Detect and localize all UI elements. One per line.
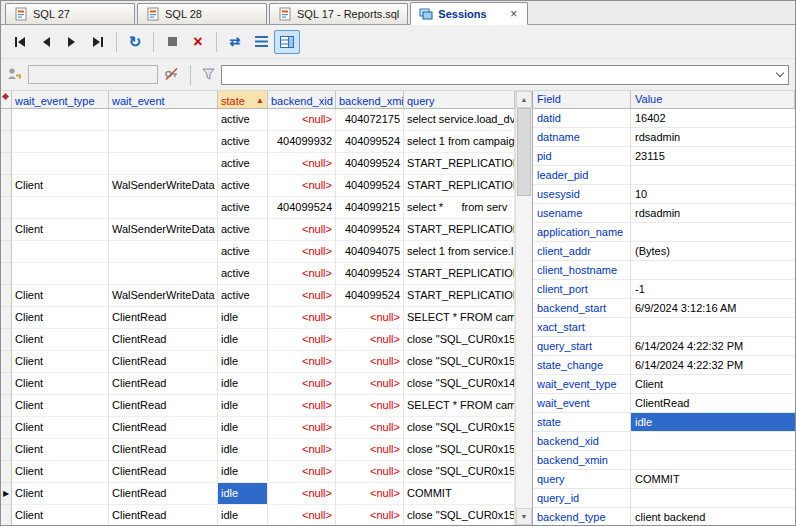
cell-state[interactable]: active [218, 109, 268, 131]
cell-state[interactable]: idle [218, 505, 268, 525]
detail-row[interactable]: wait_event_typeClient [533, 375, 795, 394]
prev-record-button[interactable] [33, 30, 59, 54]
detail-row[interactable]: datnamerdsadmin [533, 128, 795, 147]
cell-wait-event-type[interactable]: Client [12, 395, 109, 417]
detail-field-value[interactable]: 16402 [631, 109, 795, 127]
tab-sql-28[interactable]: SQL 28 [137, 3, 267, 24]
cell-wait-event[interactable]: ClientRead [109, 483, 218, 505]
cell-backend-xid[interactable]: <null> [268, 461, 336, 483]
cell-backend-xmin[interactable]: 404099524 [336, 263, 404, 285]
filter-combobox-input[interactable] [222, 66, 772, 84]
cell-wait-event-type[interactable] [12, 241, 109, 263]
column-header-wait-event[interactable]: wait_event [109, 91, 218, 108]
close-tab-icon[interactable]: × [508, 9, 519, 19]
session-row[interactable]: ClientWalSenderWriteDataactive<null>4040… [1, 219, 515, 241]
cell-backend-xmin[interactable]: 404099524 [336, 219, 404, 241]
cell-state[interactable]: idle [218, 373, 268, 395]
column-header-wait-event-type[interactable]: wait_event_type [12, 91, 109, 108]
detail-field-value[interactable] [631, 451, 795, 469]
cell-wait-event-type[interactable]: Client [12, 461, 109, 483]
detail-row[interactable]: client_port-1 [533, 280, 795, 299]
scrollbar-track[interactable] [516, 196, 532, 508]
cell-backend-xid[interactable]: <null> [268, 285, 336, 307]
detail-field-header[interactable]: Field [533, 91, 631, 108]
cell-state[interactable]: idle [218, 329, 268, 351]
scrollbar-thumb[interactable] [517, 108, 531, 196]
session-row[interactable]: ClientClientReadidle<null><null>close "S… [1, 329, 515, 351]
detail-row[interactable]: pid23115 [533, 147, 795, 166]
cell-query[interactable]: select 1 from campaig [404, 131, 515, 153]
cell-wait-event-type[interactable] [12, 263, 109, 285]
detail-row[interactable]: client_hostname [533, 261, 795, 280]
detail-field-value[interactable]: rdsadmin [631, 204, 795, 222]
cell-backend-xid[interactable]: <null> [268, 263, 336, 285]
session-row[interactable]: ClientClientReadidle<null><null>close "S… [1, 417, 515, 439]
filter-icon[interactable] [202, 68, 215, 82]
cell-wait-event-type[interactable] [12, 153, 109, 175]
detail-row[interactable]: state_change6/14/2024 4:22:32 PM [533, 356, 795, 375]
cell-wait-event[interactable]: ClientRead [109, 373, 218, 395]
cell-wait-event[interactable]: ClientRead [109, 417, 218, 439]
grid-vertical-scrollbar[interactable]: ▲ ▼ [515, 91, 532, 525]
detail-field-value[interactable]: (Bytes) [631, 242, 795, 260]
cell-wait-event-type[interactable]: Client [12, 329, 109, 351]
cell-state[interactable]: idle [218, 395, 268, 417]
grid-view-button[interactable] [248, 30, 274, 54]
cell-wait-event[interactable]: ClientRead [109, 439, 218, 461]
session-row[interactable]: ClientClientReadidle<null><null>close "S… [1, 439, 515, 461]
session-row[interactable]: ClientClientReadidle<null><null>close "S… [1, 351, 515, 373]
delete-record-button[interactable]: × [185, 30, 211, 54]
cell-wait-event-type[interactable]: Client [12, 307, 109, 329]
cell-backend-xmin[interactable]: <null> [336, 461, 404, 483]
cell-state[interactable]: active [218, 131, 268, 153]
detail-row[interactable]: backend_typeclient backend [533, 508, 795, 525]
cell-wait-event-type[interactable] [12, 131, 109, 153]
detail-row[interactable]: datid16402 [533, 109, 795, 128]
cell-query[interactable]: close "SQL_CUR0x14a [404, 373, 515, 395]
cell-query[interactable]: START_REPLICATION [404, 153, 515, 175]
cell-wait-event[interactable]: ClientRead [109, 505, 218, 525]
cell-wait-event-type[interactable] [12, 197, 109, 219]
cell-backend-xmin[interactable]: <null> [336, 505, 404, 525]
cell-backend-xid[interactable]: <null> [268, 307, 336, 329]
cell-wait-event[interactable]: ClientRead [109, 461, 218, 483]
cell-state[interactable]: active [218, 153, 268, 175]
cell-query[interactable]: COMMIT [404, 483, 515, 505]
cell-wait-event-type[interactable]: Client [12, 417, 109, 439]
session-row[interactable]: active<null>404099524START_REPLICATION [1, 263, 515, 285]
cell-wait-event-type[interactable]: Client [12, 175, 109, 197]
combobox-dropdown-icon[interactable] [772, 66, 788, 84]
cell-backend-xid[interactable]: <null> [268, 109, 336, 131]
cell-wait-event[interactable] [109, 131, 218, 153]
scroll-down-button[interactable]: ▼ [516, 508, 532, 525]
cell-query[interactable]: START_REPLICATION [404, 285, 515, 307]
cell-backend-xmin[interactable]: <null> [336, 417, 404, 439]
detail-field-value[interactable]: client backend [631, 508, 795, 525]
cell-query[interactable]: SELECT * FROM camp [404, 307, 515, 329]
detail-field-value[interactable]: rdsadmin [631, 128, 795, 146]
detail-row[interactable]: usenamerdsadmin [533, 204, 795, 223]
detail-row[interactable]: leader_pid [533, 166, 795, 185]
cell-query[interactable]: START_REPLICATION [404, 175, 515, 197]
cell-backend-xid[interactable]: <null> [268, 175, 336, 197]
quick-search-input[interactable] [28, 65, 158, 84]
cell-state[interactable]: active [218, 175, 268, 197]
last-record-button[interactable] [85, 30, 111, 54]
detail-field-value[interactable] [631, 166, 795, 184]
detail-field-value[interactable] [631, 489, 795, 507]
cell-wait-event-type[interactable]: Client [12, 439, 109, 461]
cell-wait-event-type[interactable]: Client [12, 351, 109, 373]
detail-field-value[interactable]: 6/14/2024 4:22:32 PM [631, 337, 795, 355]
cell-wait-event-type[interactable]: Client [12, 373, 109, 395]
session-row[interactable]: active<null>404094075select 1 from servi… [1, 241, 515, 263]
detail-field-value[interactable]: 23115 [631, 147, 795, 165]
cell-wait-event[interactable]: WalSenderWriteData [109, 285, 218, 307]
cell-wait-event[interactable] [109, 109, 218, 131]
cell-backend-xid[interactable]: 404099524 [268, 197, 336, 219]
record-view-button[interactable] [274, 30, 300, 54]
cell-backend-xid[interactable]: <null> [268, 417, 336, 439]
cell-backend-xmin[interactable]: 404099524 [336, 285, 404, 307]
detail-value-header[interactable]: Value [631, 91, 795, 108]
cell-backend-xmin[interactable]: 404094075 [336, 241, 404, 263]
cell-backend-xmin[interactable]: 404099524 [336, 175, 404, 197]
